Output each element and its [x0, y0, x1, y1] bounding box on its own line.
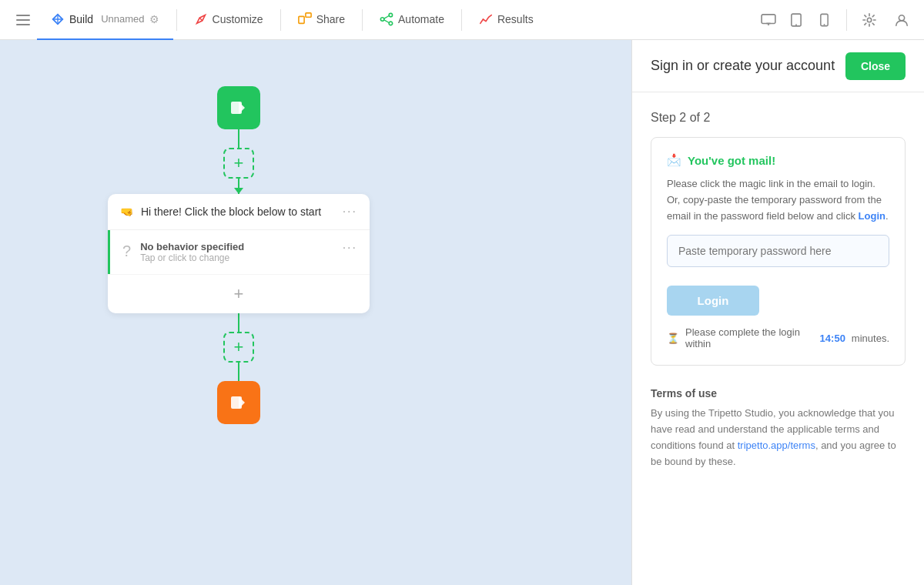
tab-automate[interactable]: Automate — [366, 0, 458, 40]
step-label: Step 2 of 2 — [651, 111, 906, 125]
terms-link[interactable]: tripetto.app/terms — [738, 440, 815, 451]
tablet-view-btn[interactable] — [783, 7, 809, 33]
nav-separator-1 — [176, 9, 177, 31]
connector-1 — [238, 129, 239, 148]
message-header-left: 🤜 Hi there! Click the block below to sta… — [120, 206, 321, 218]
build-settings-icon[interactable]: ⚙ — [149, 13, 159, 25]
mail-card-title: 📩 You've got mail! — [667, 153, 889, 167]
timer-value: 14:50 — [820, 333, 845, 344]
timer-prefix: Please complete the login within — [685, 326, 814, 349]
add-icon-bottom: + — [234, 337, 244, 357]
login-button[interactable]: Login — [667, 286, 759, 316]
close-button[interactable]: Close — [845, 52, 906, 80]
svg-line-3 — [199, 18, 203, 21]
add-icon: + — [234, 153, 244, 173]
svg-line-10 — [384, 19, 389, 22]
svg-rect-5 — [306, 12, 311, 16]
tab-build-label: Build — [69, 13, 93, 25]
panel-title: Sign in or create your account — [651, 58, 835, 74]
svg-point-6 — [380, 17, 384, 21]
add-node-top[interactable]: + — [223, 148, 254, 179]
svg-point-17 — [823, 24, 825, 25]
behavior-text: No behavior specified Tap or click to ch… — [140, 241, 244, 263]
svg-rect-4 — [299, 16, 304, 23]
add-node-bottom[interactable]: + — [223, 332, 254, 363]
terms-section: Terms of use By using the Tripetto Studi… — [651, 387, 906, 470]
add-step-btn[interactable]: + — [108, 274, 370, 313]
message-title: Hi there! Click the block below to start — [141, 206, 321, 218]
panel-content: Step 2 of 2 📩 You've got mail! Please cl… — [632, 92, 924, 585]
svg-rect-1 — [16, 19, 30, 21]
tab-automate-label: Automate — [398, 13, 444, 25]
desktop-view-btn[interactable] — [755, 7, 782, 33]
tab-customize[interactable]: Customize — [180, 0, 277, 40]
top-navigation: Build Unnamed ⚙ Customize Share Automate — [0, 0, 924, 40]
svg-rect-11 — [762, 14, 775, 23]
flow-container: + 🤜 Hi there! Click the block below to s… — [108, 86, 370, 424]
timer-suffix: minutes. — [852, 333, 889, 344]
svg-point-19 — [899, 15, 904, 20]
login-link[interactable]: Login — [859, 210, 886, 222]
nav-separator-4 — [461, 9, 462, 31]
svg-point-7 — [389, 13, 393, 17]
mobile-view-btn[interactable] — [811, 7, 837, 33]
add-step-icon: + — [234, 284, 244, 304]
behavior-title: No behavior specified — [140, 241, 244, 252]
hamburger-menu[interactable] — [9, 15, 37, 25]
tab-results-label: Results — [497, 13, 534, 25]
svg-rect-2 — [16, 24, 30, 25]
svg-point-8 — [389, 22, 393, 25]
message-block[interactable]: 🤜 Hi there! Click the block below to sta… — [108, 194, 370, 313]
global-settings-btn[interactable] — [856, 7, 882, 33]
message-body[interactable]: ? No behavior specified Tap or click to … — [108, 230, 370, 274]
connector-2 — [238, 313, 239, 332]
nav-separator-2 — [280, 9, 281, 31]
timer-row: ⏳ Please complete the login within 14:50… — [667, 326, 889, 349]
tab-share[interactable]: Share — [284, 0, 359, 40]
end-node[interactable] — [217, 381, 260, 424]
tab-results[interactable]: Results — [465, 0, 547, 40]
sign-in-panel: Sign in or create your account Close Ste… — [631, 40, 924, 585]
nav-right-section — [755, 7, 915, 33]
header-emoji: 🤜 — [120, 206, 133, 218]
terms-body: By using the Tripetto Studio, you acknow… — [651, 406, 906, 470]
svg-line-9 — [384, 15, 389, 18]
nav-separator-5 — [846, 9, 847, 31]
canvas-area[interactable]: + 🤜 Hi there! Click the block below to s… — [0, 40, 631, 585]
main-layout: + 🤜 Hi there! Click the block below to s… — [0, 40, 924, 585]
start-node[interactable] — [217, 86, 260, 129]
panel-header: Sign in or create your account Close — [632, 40, 924, 92]
svg-point-15 — [795, 24, 797, 25]
tab-share-label: Share — [316, 13, 345, 25]
mail-card-body: Please click the magic link in the email… — [667, 176, 889, 224]
svg-rect-0 — [16, 15, 30, 16]
view-icons — [755, 7, 837, 33]
message-options-btn[interactable]: ··· — [343, 205, 357, 219]
mail-card: 📩 You've got mail! Please click the magi… — [651, 137, 906, 366]
connector-3 — [238, 363, 239, 381]
behavior-options-btn[interactable]: ··· — [343, 241, 357, 255]
password-input[interactable] — [667, 235, 889, 267]
tab-customize-label: Customize — [213, 13, 263, 25]
svg-point-18 — [867, 18, 871, 22]
message-header: 🤜 Hi there! Click the block below to sta… — [108, 194, 370, 230]
user-avatar-btn[interactable] — [889, 7, 915, 33]
tab-build-subtext: Unnamed — [101, 13, 144, 25]
tab-build[interactable]: Build Unnamed ⚙ — [37, 0, 173, 40]
hourglass-icon: ⏳ — [667, 333, 679, 344]
behavior-subtitle: Tap or click to change — [140, 252, 244, 263]
mail-icon: 📩 — [667, 153, 681, 167]
nav-separator-3 — [362, 9, 363, 31]
behavior-icon: ? — [122, 242, 131, 260]
terms-title: Terms of use — [651, 387, 906, 399]
